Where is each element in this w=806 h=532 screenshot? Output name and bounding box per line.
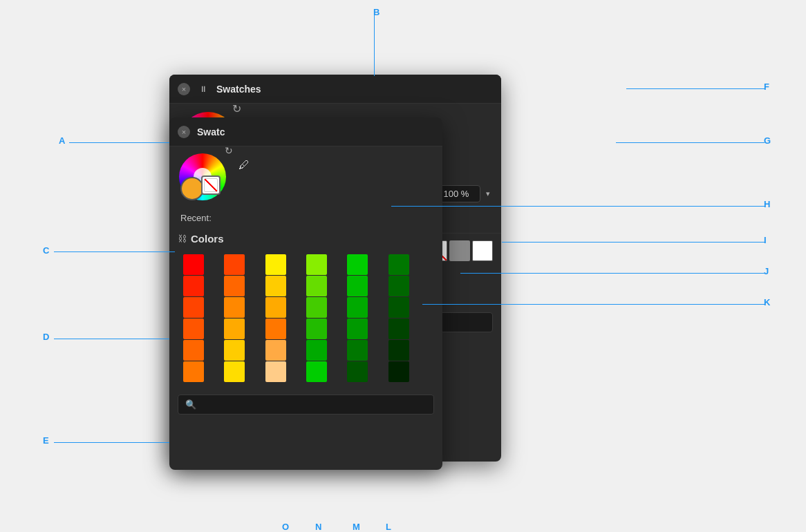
color-grid-cell[interactable] <box>306 340 327 361</box>
back-panel-title: Swatches <box>216 84 471 95</box>
annotation-line-K <box>422 304 765 305</box>
annotation-line-D <box>54 339 169 339</box>
color-grid-cell[interactable] <box>224 340 245 361</box>
white-swatch[interactable] <box>472 240 493 261</box>
rotate-arrows-icon[interactable]: ↻ <box>232 102 241 115</box>
color-grid-cell[interactable] <box>388 254 409 275</box>
annotation-line-J <box>460 273 765 274</box>
color-grid-cell[interactable] <box>347 297 368 318</box>
annotation-E: E <box>43 435 49 446</box>
link-icon: ⛓ <box>178 234 187 244</box>
annotation-line-G <box>616 142 765 143</box>
front-close-icon: × <box>182 128 186 136</box>
mid-gray-swatch[interactable] <box>449 240 470 261</box>
front-fg-swatch[interactable] <box>180 177 204 200</box>
annotation-K: K <box>764 297 770 307</box>
front-search-icon: 🔍 <box>185 399 196 410</box>
color-grid-cell[interactable] <box>306 276 327 296</box>
color-grid-cell[interactable] <box>224 254 245 275</box>
color-grid-cell[interactable] <box>388 319 409 339</box>
annotation-L: L <box>386 522 391 532</box>
annotation-line-C <box>54 251 175 252</box>
annotation-line-I <box>502 242 765 243</box>
close-icon: × <box>182 85 186 93</box>
annotation-O: O <box>282 522 289 532</box>
front-search-input[interactable] <box>200 399 427 410</box>
annotation-line-F <box>626 88 765 89</box>
front-bg-swatch[interactable] <box>201 175 221 195</box>
annotation-J: J <box>764 266 769 276</box>
front-eyedropper-icon[interactable]: 🖊 <box>238 159 250 171</box>
color-grid-cell[interactable] <box>183 297 204 318</box>
colors-header: ⛓ Colors <box>175 230 437 249</box>
color-grid-cell[interactable] <box>347 276 368 296</box>
annotation-line-E <box>54 442 169 443</box>
annotation-M: M <box>353 522 360 532</box>
color-grid-cell[interactable] <box>183 319 204 339</box>
color-grid-cell[interactable] <box>306 319 327 339</box>
color-grid-cell[interactable] <box>306 297 327 318</box>
front-color-wheel-container: ↻ <box>179 153 232 206</box>
color-grid-cell[interactable] <box>347 319 368 339</box>
color-grid-cell[interactable] <box>347 254 368 275</box>
color-grid-cell[interactable] <box>306 254 327 275</box>
color-grid <box>175 249 437 388</box>
color-grid-cell[interactable] <box>388 276 409 296</box>
front-panel-title: Swatc <box>197 126 434 137</box>
back-close-button[interactable]: × <box>178 83 190 95</box>
color-grid-cell[interactable] <box>306 361 327 382</box>
front-recent-label: Recent: <box>180 213 212 223</box>
color-grid-cell[interactable] <box>224 276 245 296</box>
color-grid-cell[interactable] <box>388 361 409 382</box>
pause-icon: ⏸ <box>199 84 207 94</box>
color-grid-cell[interactable] <box>224 297 245 318</box>
annotation-H: H <box>764 199 770 209</box>
color-grid-cell[interactable] <box>224 361 245 382</box>
front-panel-header: × Swatc <box>169 117 442 146</box>
color-grid-cell[interactable] <box>265 254 286 275</box>
color-grid-cell[interactable] <box>265 297 286 318</box>
back-pause-button[interactable]: ⏸ <box>197 83 209 95</box>
color-grid-cell[interactable] <box>265 340 286 361</box>
annotation-A: A <box>59 135 65 146</box>
color-grid-cell[interactable] <box>347 361 368 382</box>
annotation-I: I <box>764 235 767 245</box>
back-menu-button[interactable] <box>478 84 493 95</box>
back-panel-header: × ⏸ Swatches <box>169 75 501 104</box>
annotation-line-B-v <box>374 15 375 76</box>
front-close-button[interactable]: × <box>178 126 190 138</box>
colors-label: Colors <box>191 233 224 245</box>
front-color-picker-area: ↻ 🖊 <box>169 146 442 210</box>
annotation-N: N <box>315 522 321 532</box>
color-grid-cell[interactable] <box>224 319 245 339</box>
opacity-dropdown-arrow[interactable]: ▾ <box>486 189 490 198</box>
annotation-D: D <box>43 332 49 342</box>
color-grid-cell[interactable] <box>183 254 204 275</box>
color-grid-cell[interactable] <box>265 361 286 382</box>
colors-section: ⛓ Colors <box>169 229 442 390</box>
color-grid-cell[interactable] <box>388 340 409 361</box>
annotation-F: F <box>764 82 769 92</box>
front-search-bar: 🔍 <box>178 395 434 415</box>
color-grid-cell[interactable] <box>183 276 204 296</box>
front-eyedropper-group: 🖊 <box>238 159 250 171</box>
front-recent-row: Recent: <box>169 210 442 229</box>
color-grid-cell[interactable] <box>388 297 409 318</box>
front-rotate-icon[interactable]: ↻ <box>225 145 233 156</box>
color-grid-cell[interactable] <box>265 319 286 339</box>
annotation-C: C <box>43 245 49 256</box>
annotation-line-H <box>391 206 765 207</box>
annotation-G: G <box>764 135 771 146</box>
front-panel: × Swatc ↻ 🖊 Recent: ⛓ Colors <box>169 117 442 470</box>
color-grid-cell[interactable] <box>265 276 286 296</box>
color-grid-cell[interactable] <box>347 340 368 361</box>
color-grid-cell[interactable] <box>183 361 204 382</box>
annotation-line-A <box>69 142 169 143</box>
color-grid-cell[interactable] <box>183 340 204 361</box>
